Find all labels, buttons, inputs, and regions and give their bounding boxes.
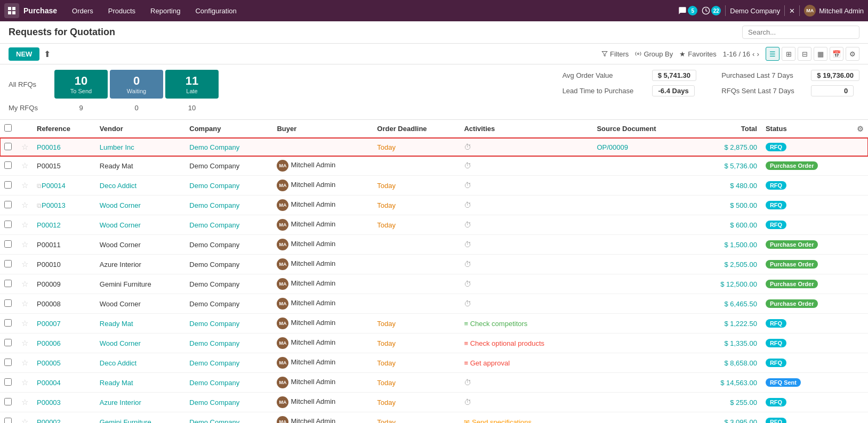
company-cell[interactable]: Demo Company xyxy=(185,333,272,353)
company-cell[interactable]: Demo Company xyxy=(185,196,272,215)
row-checkbox[interactable] xyxy=(4,418,12,424)
company-name[interactable]: Demo Company xyxy=(730,7,780,15)
activity-red-icon[interactable]: ≡ Get approval xyxy=(464,359,510,367)
favorite-star[interactable]: ☆ xyxy=(21,299,28,308)
vendor-cell[interactable]: Wood Corner xyxy=(95,333,185,353)
row-checkbox[interactable] xyxy=(4,378,12,386)
to-send-card[interactable]: 10 To Send xyxy=(54,70,108,99)
company-cell[interactable]: Demo Company xyxy=(185,176,272,196)
activity-green-icon[interactable]: ≡ Check competitors xyxy=(464,320,527,328)
vendor-cell[interactable]: Ready Mat xyxy=(95,373,185,393)
favorite-star[interactable]: ☆ xyxy=(21,319,28,328)
company-cell[interactable]: Demo Company xyxy=(185,138,272,156)
favorite-star[interactable]: ☆ xyxy=(21,338,28,347)
company-cell[interactable]: Demo Company xyxy=(185,314,272,333)
search-input[interactable] xyxy=(742,26,859,39)
col-buyer[interactable]: Buyer xyxy=(272,120,373,138)
copy-icon[interactable]: ⧉ xyxy=(37,202,42,209)
row-checkbox[interactable] xyxy=(4,221,12,228)
ref-cell[interactable]: P00002 xyxy=(33,412,95,424)
vendor-cell[interactable]: Wood Corner xyxy=(95,215,185,235)
favorite-star[interactable]: ☆ xyxy=(21,200,28,209)
ref-cell[interactable]: P00004 xyxy=(33,373,95,393)
vendor-cell[interactable]: Azure Interior xyxy=(95,393,185,412)
group-by-button[interactable]: Group By xyxy=(635,50,673,58)
row-checkbox[interactable] xyxy=(4,280,12,287)
col-activities[interactable]: Activities xyxy=(460,120,592,138)
ref-cell[interactable]: P00012 xyxy=(33,215,95,235)
row-checkbox[interactable] xyxy=(4,299,12,307)
company-cell[interactable]: Demo Company xyxy=(185,353,272,373)
settings-view-button[interactable]: ⚙ xyxy=(846,47,859,61)
ref-cell[interactable]: P00007 xyxy=(33,314,95,333)
nav-reporting[interactable]: Reporting xyxy=(144,5,187,17)
vendor-cell[interactable]: Lumber Inc xyxy=(95,138,185,156)
app-grid-icon[interactable] xyxy=(4,3,19,18)
filters-button[interactable]: Filters xyxy=(601,50,629,58)
new-button[interactable]: NEW xyxy=(9,47,39,61)
close-icon[interactable]: ✕ xyxy=(789,7,795,15)
chart-view-button[interactable]: ▦ xyxy=(814,47,827,61)
ref-cell[interactable]: P00003 xyxy=(33,393,95,412)
upload-button[interactable]: ⬆ xyxy=(44,49,51,59)
ref-cell[interactable]: P00005 xyxy=(33,353,95,373)
source-cell[interactable]: OP/00009 xyxy=(592,138,694,156)
vendor-cell[interactable]: Ready Mat xyxy=(95,314,185,333)
favorite-star[interactable]: ☆ xyxy=(21,161,28,170)
favorites-button[interactable]: ★ Favorites xyxy=(679,50,716,58)
company-cell[interactable]: Demo Company xyxy=(185,373,272,393)
company-cell[interactable]: Demo Company xyxy=(185,412,272,424)
row-checkbox[interactable] xyxy=(4,319,12,327)
favorite-star[interactable]: ☆ xyxy=(21,358,28,367)
list-view-button[interactable]: ☰ xyxy=(766,47,779,61)
vendor-cell[interactable]: Wood Corner xyxy=(95,196,185,215)
row-checkbox[interactable] xyxy=(4,143,12,150)
messages-icon-group[interactable]: 5 xyxy=(678,6,697,15)
row-checkbox[interactable] xyxy=(4,398,12,405)
activity-orange-icon[interactable]: ✉ Send specifications xyxy=(464,418,532,424)
favorite-star[interactable]: ☆ xyxy=(21,279,28,288)
waiting-card[interactable]: 0 Waiting xyxy=(110,70,163,99)
ref-cell[interactable]: P00006 xyxy=(33,333,95,353)
late-card[interactable]: 11 Late xyxy=(165,70,219,99)
prev-page-button[interactable]: ‹ xyxy=(752,50,754,58)
vendor-cell[interactable]: Deco Addict xyxy=(95,176,185,196)
row-checkbox[interactable] xyxy=(4,260,12,267)
col-total[interactable]: Total xyxy=(694,120,761,138)
favorite-star[interactable]: ☆ xyxy=(21,417,28,423)
next-page-button[interactable]: › xyxy=(757,50,759,58)
company-cell[interactable]: Demo Company xyxy=(185,215,272,235)
grid-view-button[interactable]: ⊟ xyxy=(798,47,811,61)
favorite-star[interactable]: ☆ xyxy=(21,259,28,269)
col-deadline[interactable]: Order Deadline xyxy=(373,120,460,138)
col-source[interactable]: Source Document xyxy=(592,120,694,138)
favorite-star[interactable]: ☆ xyxy=(21,378,28,387)
nav-configuration[interactable]: Configuration xyxy=(189,5,243,17)
row-checkbox[interactable] xyxy=(4,161,12,169)
column-settings-icon[interactable]: ⚙ xyxy=(857,125,864,133)
user-menu[interactable]: MA Mitchell Admin xyxy=(804,5,864,17)
ref-cell[interactable]: ⧉P00014 xyxy=(33,176,95,196)
select-all-checkbox[interactable] xyxy=(4,124,12,132)
ref-cell[interactable]: ⧉P00013 xyxy=(33,196,95,215)
col-vendor[interactable]: Vendor xyxy=(95,120,185,138)
vendor-cell[interactable]: Deco Addict xyxy=(95,353,185,373)
favorite-star[interactable]: ☆ xyxy=(21,240,28,249)
col-status[interactable]: Status xyxy=(761,120,853,138)
row-checkbox[interactable] xyxy=(4,240,12,248)
ref-cell[interactable]: P00016 xyxy=(33,138,95,156)
favorite-star[interactable]: ☆ xyxy=(21,397,28,406)
activity-red-icon[interactable]: ≡ Check optional products xyxy=(464,339,544,347)
company-cell[interactable]: Demo Company xyxy=(185,393,272,412)
activity-icon-group[interactable]: 22 xyxy=(702,6,721,15)
row-checkbox[interactable] xyxy=(4,339,12,346)
nav-products[interactable]: Products xyxy=(102,5,142,17)
row-checkbox[interactable] xyxy=(4,181,12,189)
favorite-star[interactable]: ☆ xyxy=(21,220,28,229)
nav-orders[interactable]: Orders xyxy=(66,5,100,17)
col-company[interactable]: Company xyxy=(185,120,272,138)
calendar-view-button[interactable]: 📅 xyxy=(830,47,843,61)
favorite-star[interactable]: ☆ xyxy=(21,142,28,151)
col-reference[interactable]: Reference xyxy=(33,120,95,138)
vendor-cell[interactable]: Gemini Furniture xyxy=(95,412,185,424)
